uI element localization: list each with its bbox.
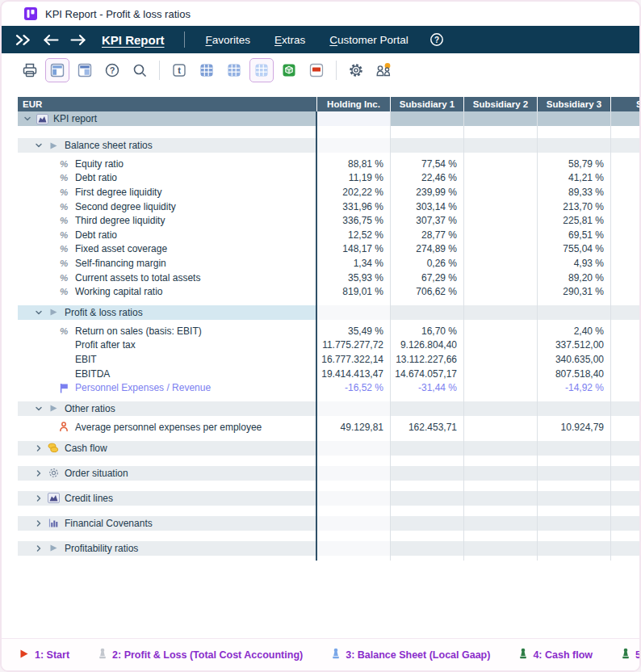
value-cell[interactable]: 331,96 % (317, 200, 390, 214)
value-cell[interactable]: 9.126.804,40 (391, 338, 463, 353)
tree-leaf-row[interactable]: %Self-financing margin1,34 %0,26 %4,93 % (18, 256, 641, 271)
tree-section-row[interactable]: Profitability ratios (18, 541, 641, 556)
forward-arrow-icon[interactable] (68, 29, 89, 50)
value-cell[interactable]: 336,75 % (317, 213, 390, 228)
value-cell[interactable] (464, 491, 537, 506)
value-cell[interactable] (391, 491, 463, 506)
tree-section-row[interactable]: Cash flow (18, 441, 641, 456)
value-cell[interactable]: 4,93 % (538, 256, 610, 271)
value-cell[interactable]: 1,34 % (317, 256, 390, 271)
chevron-right-icon[interactable] (34, 544, 44, 552)
value-cell[interactable]: 807.518,40 (538, 367, 610, 381)
tree-section-row[interactable]: Profit & loss ratios (18, 305, 641, 320)
value-cell[interactable] (464, 401, 537, 416)
tree-leaf-row[interactable]: %First degree liquidity202,22 %239,99 %8… (18, 185, 641, 200)
column-header-cell[interactable]: Subsidiary 2 (464, 97, 537, 111)
value-cell[interactable]: 77,54 % (391, 157, 463, 171)
cube-green-icon[interactable] (277, 58, 301, 82)
help-circle-icon[interactable]: ? (100, 58, 124, 82)
menu-item-extras[interactable]: Extras (274, 34, 305, 46)
value-cell[interactable] (464, 541, 537, 556)
value-cell[interactable] (464, 256, 537, 271)
value-cell[interactable] (464, 213, 537, 228)
value-cell[interactable] (464, 271, 537, 285)
value-cell[interactable] (538, 516, 610, 531)
menu-item-favorites[interactable]: Favorites (206, 34, 251, 46)
value-cell[interactable] (611, 284, 641, 299)
sheet-tab-5[interactable]: 5: Cash flow (direct (622, 648, 639, 662)
sheet-tab-1[interactable]: 1: Start (19, 648, 69, 662)
value-cell[interactable]: -14,92 % (538, 380, 610, 395)
value-cell[interactable] (611, 367, 641, 381)
chevron-right-icon[interactable] (34, 494, 44, 502)
page-link[interactable]: KPI Report (102, 33, 165, 47)
value-cell[interactable] (538, 401, 610, 416)
value-cell[interactable] (464, 200, 537, 214)
value-cell[interactable] (611, 324, 641, 338)
sheet-tab-3[interactable]: 3: Balance Sheet (Local Gaap) (332, 648, 490, 662)
value-cell[interactable] (464, 516, 537, 531)
column-header-cell[interactable]: Subsidiary 1 (391, 97, 463, 111)
value-cell[interactable] (611, 380, 641, 395)
layout-panel-icon[interactable] (45, 58, 69, 82)
value-cell[interactable]: 213,70 % (538, 200, 610, 214)
value-cell[interactable] (464, 420, 537, 435)
tree-leaf-row[interactable]: %Debt ratio12,52 %28,77 %69,51 % (18, 228, 641, 242)
chevron-down-icon[interactable] (23, 115, 32, 123)
tree-leaf-row[interactable]: %Current assets to total assets35,93 %67… (18, 271, 641, 285)
value-cell[interactable]: 819,01 % (317, 284, 390, 299)
chevron-down-icon[interactable] (34, 405, 44, 413)
tree-leaf-row[interactable]: %Second degree liquidity331,96 %303,14 %… (18, 200, 641, 214)
value-cell[interactable]: 755,04 % (538, 242, 610, 257)
value-cell[interactable] (611, 491, 641, 506)
tree-leaf-row[interactable]: %Working capital ratio819,01 %706,62 %29… (18, 284, 641, 299)
value-cell[interactable] (464, 157, 537, 171)
value-cell[interactable] (464, 305, 537, 320)
value-cell[interactable] (464, 111, 537, 126)
value-cell[interactable] (538, 138, 610, 153)
value-cell[interactable] (538, 111, 610, 126)
column-header-cell[interactable]: Subsidiary 3 (538, 97, 610, 111)
value-cell[interactable]: 11,19 % (317, 171, 390, 186)
help-icon[interactable]: ? (426, 29, 447, 50)
value-cell[interactable] (538, 541, 610, 556)
value-cell[interactable]: 49.129,81 (317, 420, 390, 435)
value-cell[interactable] (391, 138, 463, 153)
value-cell[interactable]: 22,46 % (391, 171, 463, 186)
value-cell[interactable]: 11.775.277,72 (317, 338, 390, 353)
value-cell[interactable] (611, 338, 641, 353)
value-cell[interactable] (464, 228, 537, 242)
value-cell[interactable] (611, 420, 641, 435)
value-cell[interactable] (611, 213, 641, 228)
value-cell[interactable]: 69,51 % (538, 228, 610, 242)
value-cell[interactable] (538, 491, 610, 506)
sheet-tab-2[interactable]: 2: Profit & Loss (Total Cost Accounting) (98, 648, 303, 662)
tree-leaf-row[interactable]: Profit after tax11.775.277,729.126.804,4… (18, 338, 641, 353)
value-cell[interactable] (391, 441, 463, 456)
value-cell[interactable]: 58,79 % (538, 157, 610, 171)
value-cell[interactable]: 290,31 % (538, 284, 610, 299)
value-cell[interactable] (538, 441, 610, 456)
value-cell[interactable] (464, 466, 537, 481)
value-cell[interactable]: 2,40 % (538, 324, 610, 338)
double-chevron-icon[interactable] (13, 29, 34, 50)
value-cell[interactable]: 41,21 % (538, 171, 610, 186)
chevron-down-icon[interactable] (34, 309, 44, 317)
chevron-right-icon[interactable] (34, 469, 44, 477)
value-cell[interactable] (611, 138, 641, 153)
tree-section-row[interactable]: Order situation (18, 466, 641, 481)
value-cell[interactable]: 239,99 % (391, 185, 463, 200)
tree-row-root[interactable]: KPI report (18, 111, 641, 126)
red-cell-icon[interactable] (304, 58, 329, 82)
value-cell[interactable] (464, 380, 537, 395)
value-cell[interactable] (464, 338, 537, 353)
value-cell[interactable]: 10.924,79 (538, 420, 610, 435)
tree-leaf-row[interactable]: EBITDA19.414.413,4714.674.057,17807.518,… (18, 367, 641, 381)
value-cell[interactable] (391, 466, 463, 481)
value-cell[interactable] (611, 185, 641, 200)
value-cell[interactable]: 88,81 % (317, 157, 390, 171)
tree-section-row[interactable]: Financial Covenants (18, 516, 641, 531)
value-cell[interactable] (464, 441, 537, 456)
tree-leaf-row[interactable]: %Return on sales (basis: EBIT)35,49 %16,… (18, 324, 641, 338)
value-cell[interactable]: 16,70 % (391, 324, 463, 338)
